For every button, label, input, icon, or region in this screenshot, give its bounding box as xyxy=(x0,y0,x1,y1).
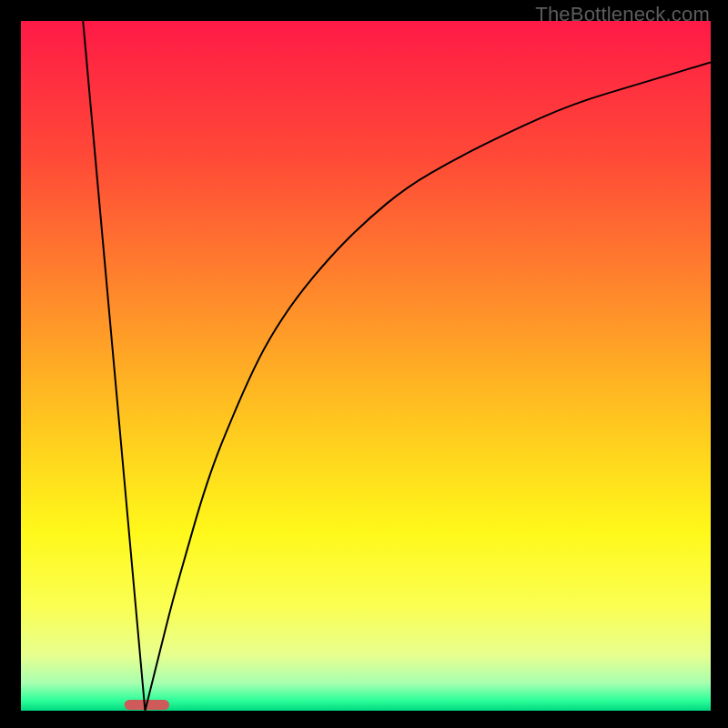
gradient-background xyxy=(21,21,711,711)
watermark-text: TheBottleneck.com xyxy=(535,3,710,26)
chart-frame: TheBottleneck.com xyxy=(0,0,728,728)
plot-area xyxy=(21,21,711,711)
chart-canvas xyxy=(21,21,711,711)
